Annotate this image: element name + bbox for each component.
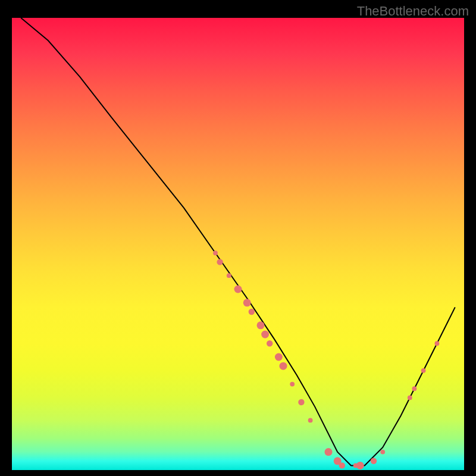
chart-markers xyxy=(213,250,439,469)
chart-marker xyxy=(371,458,377,464)
chart-marker xyxy=(290,382,295,387)
chart-marker xyxy=(356,462,364,469)
chart-marker xyxy=(308,418,313,423)
watermark-text: TheBottleneck.com xyxy=(357,4,469,19)
chart-marker xyxy=(234,286,242,293)
chart-plot-area xyxy=(12,18,464,470)
chart-marker xyxy=(435,341,440,346)
chart-marker xyxy=(249,309,255,315)
chart-marker xyxy=(267,340,273,346)
chart-marker xyxy=(275,353,283,361)
chart-marker xyxy=(261,331,269,339)
chart-curve xyxy=(21,18,455,465)
chart-marker xyxy=(408,396,412,400)
chart-marker xyxy=(217,259,223,265)
chart-marker xyxy=(421,368,426,373)
chart-marker xyxy=(227,273,231,278)
chart-marker xyxy=(339,462,345,468)
chart-marker xyxy=(325,448,333,456)
chart-marker xyxy=(213,250,218,255)
chart-marker xyxy=(298,399,304,405)
chart-marker xyxy=(412,386,417,391)
chart-marker xyxy=(380,450,385,455)
chart-marker xyxy=(257,321,265,329)
chart-marker xyxy=(280,362,287,370)
chart-svg xyxy=(12,18,464,470)
chart-marker xyxy=(243,299,251,306)
